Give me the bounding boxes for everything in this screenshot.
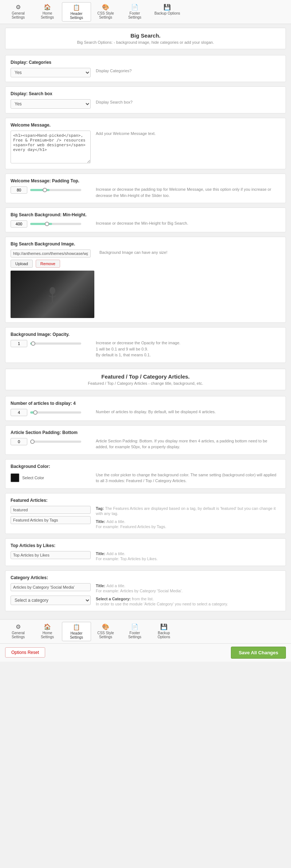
- bottom-nav-header-label: HeaderSettings: [70, 631, 83, 639]
- reset-button[interactable]: Options Reset: [5, 647, 45, 658]
- bottom-bar: Options Reset Save All Changes: [0, 643, 291, 662]
- top-articles-title-input[interactable]: [11, 551, 91, 559]
- display-categories-group: Display: Categories Yes No Display Categ…: [5, 55, 286, 82]
- welcome-padding-thumb[interactable]: [43, 188, 47, 192]
- nav-footer[interactable]: 📄 FooterSettings: [120, 2, 149, 22]
- category-articles-select[interactable]: Select a category: [11, 596, 91, 605]
- save-button[interactable]: Save All Changes: [231, 647, 286, 659]
- bg-image-group: Big Search Background Image. Upload Remo…: [5, 237, 286, 323]
- bottom-nav-header[interactable]: 📋 HeaderSettings: [62, 622, 91, 641]
- diver-svg: [45, 283, 60, 305]
- category-title-hint-title: Title:: [96, 584, 106, 588]
- backup-icon: 💾: [164, 4, 171, 11]
- num-articles-thumb[interactable]: [33, 410, 38, 415]
- nav-backup-label: Backup Options: [154, 11, 180, 15]
- featured-articles-group: Featured Articles: Tag: The Features Art…: [5, 493, 286, 534]
- bottom-footer-icon: 📄: [131, 623, 138, 630]
- bg-color-desc: Use the color picker to change the backg…: [96, 472, 280, 484]
- featured-title-input[interactable]: [11, 516, 91, 524]
- welcome-padding-track: [30, 189, 81, 191]
- nav-backup[interactable]: 💾 Backup Options: [149, 2, 185, 22]
- bg-image-desc: Background Image can have any size!: [99, 249, 280, 256]
- featured-title-hint-desc: Add a title.For example: Featured Articl…: [96, 519, 166, 529]
- bg-opacity-value[interactable]: [11, 340, 27, 347]
- bottom-home-icon: 🏠: [44, 623, 51, 630]
- bottom-nav-home[interactable]: 🏠 HomeSettings: [33, 622, 62, 641]
- nav-home-label: HomeSettings: [41, 11, 54, 19]
- remove-button[interactable]: Remove: [36, 260, 60, 268]
- min-height-desc: Increase or decrease the Min-Height for …: [96, 220, 280, 226]
- min-height-value[interactable]: [11, 220, 27, 228]
- color-picker-label[interactable]: Select Color: [22, 476, 44, 480]
- welcome-message-group: Welcome Message. Add your Welcome Messag…: [5, 118, 286, 169]
- nav-header[interactable]: 📋 HeaderSettings: [62, 2, 91, 22]
- display-categories-select[interactable]: Yes No: [11, 68, 91, 77]
- bottom-header-icon: 📋: [73, 624, 80, 631]
- nav-general-label: GeneralSettings: [12, 11, 25, 19]
- bg-image-inner: [11, 271, 94, 318]
- featured-articles-label: Featured Articles:: [11, 498, 280, 503]
- bottom-nav-home-label: HomeSettings: [41, 631, 54, 639]
- welcome-padding-group: Welcome Message: Padding Top. Increase o…: [5, 174, 286, 203]
- num-articles-track: [30, 411, 81, 414]
- welcome-message-label: Welcome Message.: [11, 123, 280, 128]
- featured-tag-input[interactable]: [11, 506, 91, 514]
- bg-image-label: Big Search Background Image.: [11, 241, 280, 247]
- min-height-track: [30, 223, 81, 225]
- bg-image-url-input[interactable]: [11, 249, 91, 257]
- upload-button[interactable]: Upload: [11, 260, 33, 268]
- num-articles-value[interactable]: [11, 409, 27, 416]
- featured-tag-hint-title: Tag:: [96, 506, 105, 511]
- featured-title-hint-title: Title:: [96, 519, 106, 524]
- big-search-desc: Big Search Options: - background image, …: [10, 40, 281, 44]
- bottom-nav-backup[interactable]: 💾 BackupOptions: [149, 622, 178, 641]
- svg-line-5: [52, 302, 55, 305]
- bg-opacity-track: [30, 342, 81, 345]
- footer-icon: 📄: [131, 4, 138, 11]
- nav-general[interactable]: ⚙ GeneralSettings: [4, 2, 33, 22]
- article-padding-value[interactable]: [11, 438, 27, 445]
- bottom-nav: ⚙ GeneralSettings 🏠 HomeSettings 📋 Heade…: [0, 619, 291, 643]
- bottom-nav-footer[interactable]: 📄 FooterSettings: [120, 622, 149, 641]
- display-searchbox-desc: Display Search box?: [96, 99, 280, 105]
- nav-css[interactable]: 🎨 CSS StyleSettings: [91, 2, 120, 22]
- num-articles-label: Number of articles to display: 4: [11, 401, 280, 406]
- bottom-nav-general[interactable]: ⚙ GeneralSettings: [4, 622, 33, 641]
- top-articles-group: Top Articles by Likes: Title: Add a titl…: [5, 538, 286, 566]
- featured-section-header: Featured / Top / Category Articles. Feat…: [5, 369, 286, 390]
- bottom-general-icon: ⚙: [16, 623, 21, 630]
- color-swatch[interactable]: [11, 473, 19, 482]
- welcome-padding-desc: Increase or decrease the padding top for…: [96, 186, 280, 198]
- welcome-padding-value[interactable]: [11, 186, 27, 194]
- bottom-nav-css[interactable]: 🎨 CSS StyleSettings: [91, 622, 120, 641]
- min-height-group: Big Search Background: Min-Height. Incre…: [5, 208, 286, 232]
- article-padding-group: Article Section Padding: Bottom Article …: [5, 425, 286, 455]
- category-articles-title-input[interactable]: [11, 583, 91, 591]
- header-icon: 📋: [73, 4, 80, 11]
- bg-opacity-thumb[interactable]: [31, 341, 35, 346]
- bg-color-group: Background Color: Select Color Use the c…: [5, 459, 286, 489]
- display-categories-desc: Display Categories?: [96, 68, 280, 74]
- bg-image-preview: [11, 271, 94, 318]
- article-padding-thumb[interactable]: [30, 439, 35, 444]
- article-padding-label: Article Section Padding: Bottom: [11, 430, 280, 435]
- welcome-message-textarea[interactable]: [11, 131, 91, 163]
- min-height-thumb[interactable]: [45, 222, 49, 226]
- big-search-title: Big Search.: [10, 32, 281, 39]
- bg-opacity-desc: Increase or decrease the Opacity for the…: [96, 340, 280, 358]
- category-title-hint-desc: Add a title.For example: Articles by Cat…: [96, 584, 182, 593]
- min-height-label: Big Search Background: Min-Height.: [11, 212, 280, 217]
- category-select-hint-title: Select a Category:: [96, 597, 132, 601]
- bg-opacity-group: Background Image: Opacity. Increase or d…: [5, 327, 286, 363]
- featured-section-title: Featured / Top / Category Articles.: [10, 373, 281, 380]
- num-articles-group: Number of articles to display: 4 Number …: [5, 396, 286, 421]
- display-searchbox-select[interactable]: Yes No: [11, 99, 91, 109]
- bg-color-label: Background Color:: [11, 464, 280, 469]
- nav-home[interactable]: 🏠 HomeSettings: [33, 2, 62, 22]
- article-padding-track: [30, 441, 81, 443]
- top-articles-hint-title: Title:: [96, 551, 106, 556]
- nav-css-label: CSS StyleSettings: [97, 11, 114, 19]
- big-search-header: Big Search. Big Search Options: - backgr…: [5, 28, 286, 49]
- featured-tag-hint-desc: The Features Articles are displayed base…: [96, 506, 276, 516]
- nav-header-label: HeaderSettings: [70, 12, 83, 20]
